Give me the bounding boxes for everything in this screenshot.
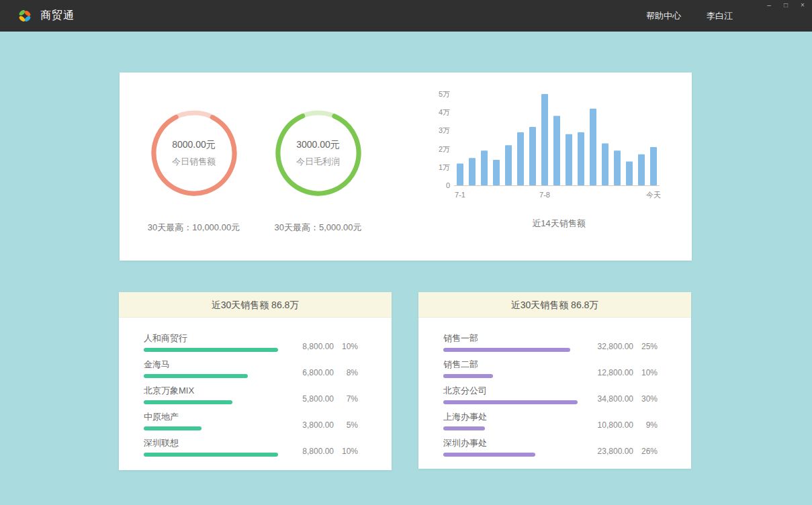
trend-bar xyxy=(529,127,536,185)
trend-bar xyxy=(566,134,572,185)
rank-value: 32,800.00 25% xyxy=(570,342,658,352)
rank-label: 深圳联想 xyxy=(144,437,278,449)
rank-amount: 10,800.00 xyxy=(578,420,633,430)
customer-sales-ranking-card: 近30天销售额 86.8万 人和商贸行 8,800.00 10% 金海马 6,8… xyxy=(119,292,392,470)
today-profit-value: 3000.00元 xyxy=(296,139,340,151)
close-icon[interactable]: × xyxy=(799,1,807,9)
rank-amount: 3,800.00 xyxy=(279,420,334,430)
list-item: 金海马 6,800.00 8% xyxy=(144,359,358,378)
x-axis-tick-label: 7-1 xyxy=(455,191,465,199)
today-profit-donut-chart: 3000.00元 今日毛利润 xyxy=(271,106,365,200)
trend-bar xyxy=(650,147,657,185)
y-axis-tick-label: 0 xyxy=(446,181,450,189)
list-item: 上海办事处 10,800.00 9% xyxy=(443,411,658,430)
today-sales-max: 30天最高：10,000.00元 xyxy=(132,222,256,234)
rank-bar xyxy=(144,348,278,352)
list-item: 中原地产 3,800.00 5% xyxy=(144,411,358,430)
rank-label: 中原地产 xyxy=(144,411,269,422)
rank-value: 23,800.00 26% xyxy=(569,447,658,457)
rank-amount: 23,800.00 xyxy=(578,447,633,456)
ranking-card-title: 近30天销售额 86.8万 xyxy=(418,292,691,318)
overview-card: 8000.00元 今日销售额 30天最高：10,000.00元 3000.00元… xyxy=(120,73,692,261)
list-item: 销售一部 32,800.00 25% xyxy=(443,332,658,352)
trend-bar xyxy=(481,150,488,185)
y-axis-tick-label: 4万 xyxy=(439,108,450,116)
today-sales-label: 今日销售额 xyxy=(172,156,216,168)
rank-percent: 7% xyxy=(334,394,358,404)
list-item: 销售二部 12,800.00 10% xyxy=(443,359,658,378)
rank-percent: 10% xyxy=(633,368,658,377)
titlebar-menu: 帮助中心 李白江 xyxy=(646,10,812,22)
rank-percent: 26% xyxy=(633,447,658,456)
rank-percent: 5% xyxy=(334,420,358,430)
y-axis-tick-label: 3万 xyxy=(439,126,450,134)
trend-bar xyxy=(541,94,548,185)
rank-bar xyxy=(144,400,232,404)
rank-amount: 32,800.00 xyxy=(580,342,633,351)
rank-amount: 8,800.00 xyxy=(287,447,334,456)
rank-bar xyxy=(443,400,578,404)
rank-label: 北京分公司 xyxy=(443,385,578,396)
trend-bar xyxy=(578,132,584,185)
rank-value: 8,800.00 10% xyxy=(278,447,358,457)
list-item: 深圳办事处 23,800.00 26% xyxy=(443,437,658,457)
rank-amount: 34,800.00 xyxy=(587,394,633,404)
rank-label: 销售二部 xyxy=(443,359,569,370)
x-axis-tick-label: 今天 xyxy=(646,191,661,199)
trend-bar xyxy=(505,145,512,185)
rank-label: 深圳办事处 xyxy=(443,437,569,449)
trend-bar xyxy=(493,160,500,185)
trend-bar xyxy=(517,132,524,185)
rank-percent: 10% xyxy=(334,447,358,456)
rank-label: 上海办事处 xyxy=(443,411,569,422)
department-sales-ranking-card: 近30天销售额 86.8万 销售一部 32,800.00 25% 销售二部 12… xyxy=(418,292,691,469)
app-title: 商贸通 xyxy=(40,9,75,23)
rank-value: 3,800.00 5% xyxy=(269,420,358,430)
window-controls: – □ × xyxy=(765,1,807,9)
trend-bar xyxy=(457,163,463,185)
help-center-link[interactable]: 帮助中心 xyxy=(646,10,681,22)
rank-label: 北京万象MIX xyxy=(144,385,269,396)
rank-bar xyxy=(144,426,201,430)
rank-bar xyxy=(144,453,278,457)
ranking-card-title: 近30天销售额 86.8万 xyxy=(119,292,392,318)
trend-bar xyxy=(469,158,476,185)
list-item: 人和商贸行 8,800.00 10% xyxy=(144,332,358,352)
dashboard: 8000.00元 今日销售额 30天最高：10,000.00元 3000.00元… xyxy=(0,32,812,505)
rank-amount: 6,800.00 xyxy=(279,368,334,377)
sales-trend-block: 5万4万3万2万1万07-17-8今天 近14天销售额 xyxy=(427,90,692,261)
y-axis-tick-label: 2万 xyxy=(439,145,450,153)
trend-bar xyxy=(638,154,645,185)
rank-label: 金海马 xyxy=(144,359,269,370)
rank-value: 10,800.00 9% xyxy=(569,420,658,430)
rank-value: 12,800.00 10% xyxy=(569,368,658,378)
rank-bar xyxy=(443,374,493,378)
rank-percent: 25% xyxy=(633,342,658,351)
rank-bar xyxy=(443,348,570,352)
today-profit-donut-block: 3000.00元 今日毛利润 30天最高：5,000.00元 xyxy=(256,106,380,261)
y-axis-tick-label: 1万 xyxy=(439,163,450,171)
rank-bar xyxy=(144,374,248,378)
trend-bar xyxy=(626,162,633,185)
trend-bar xyxy=(614,150,621,185)
ranking-list: 销售一部 32,800.00 25% 销售二部 12,800.00 10% 北京… xyxy=(418,318,691,457)
maximize-icon[interactable]: □ xyxy=(782,1,790,9)
list-item: 北京万象MIX 5,800.00 7% xyxy=(144,385,358,404)
minimize-icon[interactable]: – xyxy=(765,1,773,9)
donut-center-text: 8000.00元 今日销售额 xyxy=(147,106,241,200)
rank-bar xyxy=(443,426,485,430)
rank-label: 销售一部 xyxy=(443,332,570,344)
trend-bar xyxy=(590,109,596,185)
user-menu[interactable]: 李白江 xyxy=(707,10,733,22)
today-sales-donut-block: 8000.00元 今日销售额 30天最高：10,000.00元 xyxy=(132,106,256,261)
list-item: 北京分公司 34,800.00 30% xyxy=(443,385,658,404)
today-sales-donut-chart: 8000.00元 今日销售额 xyxy=(147,106,241,200)
rank-percent: 30% xyxy=(633,394,658,404)
rank-amount: 8,800.00 xyxy=(287,342,334,351)
rank-value: 34,800.00 30% xyxy=(578,394,658,404)
titlebar: 商贸通 帮助中心 李白江 – □ × xyxy=(0,0,812,32)
list-item: 深圳联想 8,800.00 10% xyxy=(144,437,358,457)
rank-bar xyxy=(443,453,535,457)
today-sales-value: 8000.00元 xyxy=(172,139,216,151)
app-logo-icon xyxy=(17,9,32,24)
